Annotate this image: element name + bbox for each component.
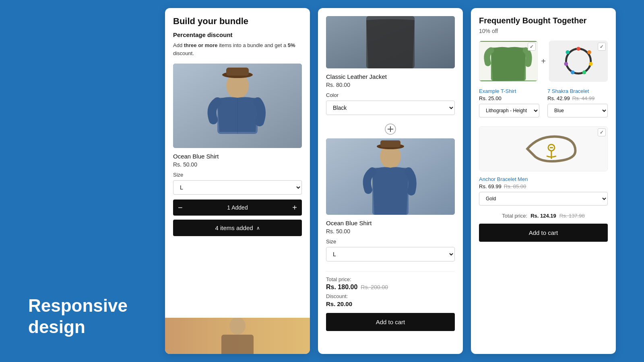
anchor-original-price: Rs. 85.00 (504, 183, 526, 189)
total-price: Rs. 180.00 (326, 284, 357, 291)
svg-point-29 (589, 62, 593, 66)
product1-name: Ocean Blue Shirt (173, 153, 302, 160)
add-to-cart-button[interactable]: Add to cart (326, 313, 455, 331)
tshirt-price-val: Rs. 25.00 (479, 95, 502, 101)
svg-point-27 (576, 47, 580, 51)
tshirt-checkmark[interactable]: ✓ (528, 43, 536, 51)
bold-three-or-more: three or more (184, 42, 218, 48)
shirt2-illustration (326, 138, 455, 215)
bracelet-price-val: Rs. 42.99 (547, 95, 570, 101)
discount-title: Percentage discount (173, 31, 302, 38)
shirt-size-label: Size (326, 239, 455, 245)
total-label: Total price: (326, 276, 455, 282)
fbt-total-row: Total price: Rs. 124.19 Rs. 137.98 (479, 213, 608, 219)
total-price-row: Rs. 180.00 Rs. 200.00 (326, 284, 455, 291)
anchor-bracelet-product: ✓ (479, 126, 608, 171)
bundle-card: Build your bundle Percentage discount Ad… (165, 8, 310, 354)
svg-point-32 (564, 62, 568, 66)
quantity-control[interactable]: − 1 Added + (173, 200, 302, 216)
fbt-card: Frequently Bought Together 10% off ✓ + (471, 8, 616, 354)
svg-point-30 (582, 70, 586, 74)
shirt2-name: Ocean Blue Shirt (326, 220, 455, 226)
fbt-products-row: ✓ + (479, 41, 608, 82)
size-label: Size (173, 172, 302, 178)
bundle-title: Build your bundle (173, 16, 302, 27)
responsive-design-label: Responsive design (28, 295, 157, 338)
discount-label: Discount: (326, 293, 455, 299)
discount-value: Rs. 20.00 (326, 300, 455, 307)
left-section: Responsive design (28, 8, 157, 354)
fbt-title: Frequently Bought Together (479, 16, 608, 25)
tshirt-variant-select[interactable]: Lithograph - Height Lithograph - Width (479, 104, 539, 117)
tshirt-price: Rs. 25.00 (479, 95, 539, 101)
fbt-product-tshirt: ✓ (479, 41, 538, 82)
svg-point-28 (587, 50, 591, 54)
fbt-discount-label: 10% off (479, 28, 608, 34)
shirt-illustration (173, 64, 302, 148)
bracelet-variant-select[interactable]: Blue Red Green (547, 104, 608, 117)
total-section: Total price: Rs. 180.00 Rs. 200.00 Disco… (326, 271, 455, 331)
bracelet-original-price: Rs. 44.99 (572, 95, 595, 101)
tshirt-details: Example T-Shirt Rs. 25.00 Lithograph - H… (479, 88, 539, 121)
anchor-illustration (479, 127, 607, 171)
jacket-image (326, 16, 455, 68)
total-original-price: Rs. 200.00 (361, 284, 388, 290)
fbt-product-bracelet: ✓ (549, 41, 608, 82)
bracelet-price: Rs. 42.99 Rs. 44.99 (547, 95, 608, 101)
bracelet-name: 7 Shakra Bracelet (547, 88, 608, 94)
anchor-details: Anchor Bracelet Men Rs. 69.99 Rs. 85.00 … (479, 176, 608, 209)
anchor-variant-select[interactable]: Gold Silver Black (479, 192, 608, 206)
svg-rect-6 (226, 68, 249, 76)
fbt-total-label: Total price: (502, 213, 527, 219)
svg-rect-10 (221, 335, 254, 354)
product-image-shirt (173, 64, 302, 148)
svg-point-33 (566, 50, 570, 54)
anchor-bracelet-image (479, 127, 607, 171)
jacket-illustration (326, 16, 455, 68)
jacket-price: Rs. 80.00 (326, 82, 455, 88)
svg-rect-34 (479, 127, 607, 171)
svg-rect-22 (380, 140, 400, 147)
chevron-up-icon: ∧ (256, 225, 260, 231)
plus-circle-icon (384, 123, 396, 135)
size-select[interactable]: L XS S M XL (173, 180, 302, 195)
plus-divider-icon: + (541, 57, 546, 66)
product1-price: Rs. 50.00 (173, 161, 302, 168)
shirt2-image (326, 138, 455, 215)
anchor-checkmark[interactable]: ✓ (598, 128, 606, 136)
svg-point-9 (229, 318, 246, 335)
tshirt-name: Example T-Shirt (479, 88, 539, 94)
qty-added-label: 1 Added (227, 204, 248, 211)
bundle-detail-card: Classic Leather Jacket Rs. 80.00 Color B… (318, 8, 463, 354)
svg-point-31 (571, 70, 575, 74)
shirt-size-select[interactable]: L XS S M XL (326, 247, 455, 261)
color-select[interactable]: Black Brown Tan (326, 101, 455, 115)
minus-icon[interactable]: − (178, 204, 183, 212)
jacket-name: Classic Leather Jacket (326, 73, 455, 80)
anchor-name: Anchor Bracelet Men (479, 176, 608, 182)
bottom-product-strip (165, 318, 310, 354)
bracelet-checkmark[interactable]: ✓ (598, 43, 606, 51)
fbt-add-cart-button[interactable]: Add to cart (479, 224, 608, 242)
bottom-strip-illustration (165, 318, 310, 354)
bracelet-details: 7 Shakra Bracelet Rs. 42.99 Rs. 44.99 Bl… (547, 88, 608, 121)
fbt-total-original: Rs. 137.98 (559, 213, 585, 219)
fbt-details-row: Example T-Shirt Rs. 25.00 Lithograph - H… (479, 88, 608, 121)
bold-5percent: 5% (288, 42, 295, 48)
plus-icon[interactable]: + (292, 204, 297, 212)
anchor-price: Rs. 69.99 Rs. 85.00 (479, 183, 608, 189)
items-added-bar[interactable]: 4 items added ∧ (173, 220, 302, 236)
fbt-total-price: Rs. 124.19 (530, 213, 556, 219)
color-label: Color (326, 92, 455, 98)
anchor-price-val: Rs. 69.99 (479, 183, 502, 189)
plus-circle-divider (326, 123, 455, 135)
items-added-text: 4 items added (215, 224, 253, 231)
discount-desc: Add three or more items into a bundle an… (173, 41, 302, 57)
shirt2-price: Rs. 50.00 (326, 228, 455, 234)
